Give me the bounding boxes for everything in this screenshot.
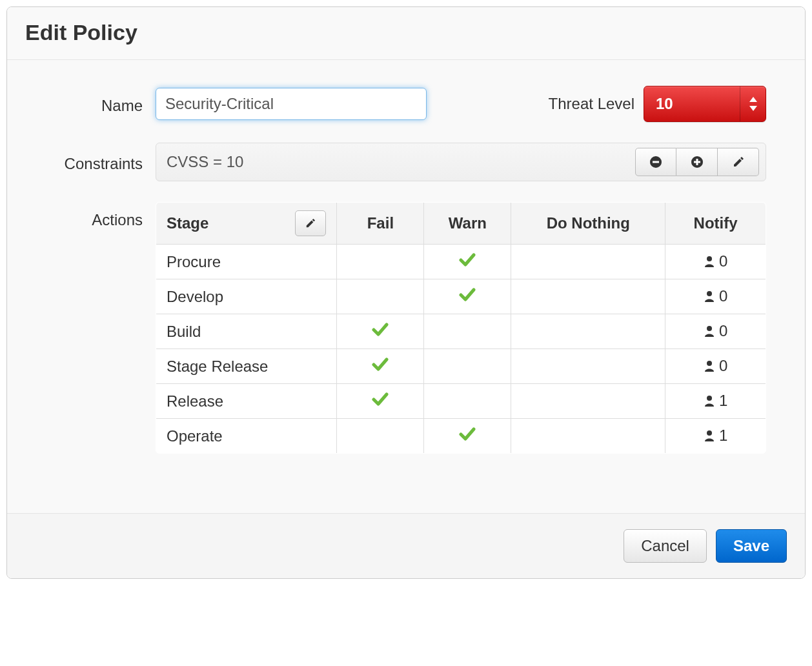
col-header-notify: Notify	[665, 203, 766, 245]
warn-cell[interactable]	[424, 349, 511, 384]
svg-point-5	[707, 256, 712, 261]
person-icon	[704, 395, 715, 407]
name-label: Name	[46, 93, 156, 115]
person-icon	[704, 325, 715, 337]
notify-count: 0	[719, 252, 727, 270]
person-icon	[704, 256, 715, 267]
edit-policy-modal: Edit Policy Name Threat Level 10	[6, 6, 806, 579]
threat-level-value: 10	[644, 95, 740, 113]
threat-level-group: Threat Level 10	[549, 86, 766, 122]
fail-cell[interactable]	[337, 314, 424, 349]
name-row: Name Threat Level 10	[46, 86, 766, 122]
col-header-stage-text: Stage	[167, 214, 208, 232]
edit-constraint-button[interactable]	[718, 148, 759, 176]
notify-count: 1	[719, 427, 727, 445]
table-row: Procure0	[156, 245, 766, 279]
minus-circle-icon	[649, 156, 662, 168]
fail-cell[interactable]	[337, 419, 424, 454]
col-header-do-nothing: Do Nothing	[511, 203, 665, 245]
svg-point-7	[707, 326, 712, 331]
notify-cell[interactable]: 0	[665, 349, 766, 384]
table-row: Stage Release0	[156, 349, 766, 384]
table-row: Release1	[156, 384, 766, 419]
actions-label: Actions	[46, 202, 156, 229]
fail-cell[interactable]	[337, 384, 424, 419]
svg-point-6	[707, 291, 712, 296]
modal-footer: Cancel Save	[7, 513, 805, 578]
check-icon	[372, 392, 389, 407]
modal-body: Name Threat Level 10 Constraints	[7, 60, 805, 513]
svg-rect-4	[696, 159, 698, 165]
do_nothing-cell[interactable]	[511, 245, 665, 279]
modal-header: Edit Policy	[7, 7, 805, 60]
pencil-icon	[733, 156, 744, 168]
table-row: Develop0	[156, 279, 766, 314]
stage-name-cell: Release	[156, 384, 337, 419]
do_nothing-cell[interactable]	[511, 279, 665, 314]
remove-constraint-button[interactable]	[635, 148, 676, 176]
do_nothing-cell[interactable]	[511, 384, 665, 419]
name-input[interactable]	[156, 88, 427, 120]
svg-point-9	[707, 396, 712, 401]
constraints-row: Constraints CVSS = 10	[46, 143, 766, 181]
stage-name-cell: Stage Release	[156, 349, 337, 384]
stage-name-cell: Build	[156, 314, 337, 349]
stage-name-cell: Develop	[156, 279, 337, 314]
modal-title: Edit Policy	[25, 20, 787, 45]
fail-cell[interactable]	[337, 245, 424, 279]
save-button[interactable]: Save	[716, 529, 787, 563]
actions-row: Actions Stage	[46, 202, 766, 454]
notify-cell[interactable]: 1	[665, 384, 766, 419]
notify-cell[interactable]: 0	[665, 245, 766, 279]
do_nothing-cell[interactable]	[511, 349, 665, 384]
notify-cell[interactable]: 1	[665, 419, 766, 454]
stage-name-cell: Operate	[156, 419, 337, 454]
svg-point-8	[707, 361, 712, 366]
person-icon	[704, 290, 715, 302]
warn-cell[interactable]	[424, 245, 511, 279]
warn-cell[interactable]	[424, 419, 511, 454]
table-row: Operate1	[156, 419, 766, 454]
check-icon	[459, 253, 476, 267]
constraint-buttons	[635, 148, 759, 176]
notify-count: 0	[719, 322, 727, 340]
check-icon	[372, 358, 389, 372]
check-icon	[459, 427, 476, 441]
stepper-arrows-icon	[740, 86, 766, 121]
notify-count: 0	[719, 357, 727, 375]
notify-cell[interactable]: 0	[665, 314, 766, 349]
warn-cell[interactable]	[424, 314, 511, 349]
notify-cell[interactable]: 0	[665, 279, 766, 314]
fail-cell[interactable]	[337, 279, 424, 314]
notify-count: 1	[719, 392, 727, 410]
edit-stages-button[interactable]	[295, 210, 326, 236]
pencil-icon	[305, 218, 316, 228]
constraint-text: CVSS = 10	[167, 153, 635, 171]
col-header-warn: Warn	[424, 203, 511, 245]
do_nothing-cell[interactable]	[511, 419, 665, 454]
do_nothing-cell[interactable]	[511, 314, 665, 349]
col-header-stage: Stage	[156, 203, 337, 245]
warn-cell[interactable]	[424, 279, 511, 314]
warn-cell[interactable]	[424, 384, 511, 419]
constraints-label: Constraints	[46, 151, 156, 173]
svg-rect-1	[653, 161, 659, 163]
check-icon	[372, 323, 389, 337]
person-icon	[704, 360, 715, 372]
stage-name-cell: Procure	[156, 245, 337, 279]
notify-count: 0	[719, 287, 727, 305]
svg-point-10	[707, 430, 712, 436]
cancel-button[interactable]: Cancel	[624, 529, 707, 563]
person-icon	[704, 430, 715, 441]
threat-level-select[interactable]: 10	[644, 86, 766, 122]
fail-cell[interactable]	[337, 349, 424, 384]
plus-circle-icon	[691, 156, 704, 168]
col-header-fail: Fail	[337, 203, 424, 245]
actions-table: Stage Fail Warn Do Noth	[156, 202, 766, 454]
table-row: Build0	[156, 314, 766, 349]
constraints-box: CVSS = 10	[156, 143, 766, 181]
threat-level-label: Threat Level	[549, 95, 634, 113]
add-constraint-button[interactable]	[676, 148, 718, 176]
check-icon	[459, 288, 476, 302]
